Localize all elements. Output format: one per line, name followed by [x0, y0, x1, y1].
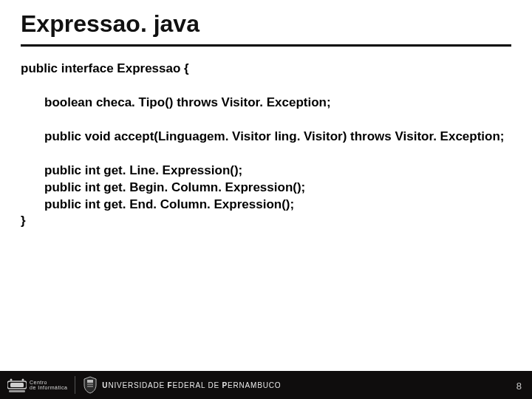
slide: Expressao. java public interface Express… [0, 0, 532, 399]
footer-left: Centro de Informática UNIVERSIDADE FEDER… [7, 376, 281, 394]
ufpe-logo: UNIVERSIDADE FEDERAL DE PERNAMBUCO [83, 376, 281, 394]
svg-rect-5 [87, 380, 93, 383]
code-blank [21, 78, 511, 95]
code-line-accept: public void accept(Linguagem. Visitor li… [21, 129, 511, 146]
cin-icon [7, 377, 27, 393]
code-block: public interface Expressao { boolean che… [21, 61, 511, 230]
page-number: 8 [516, 381, 522, 392]
svg-rect-1 [10, 383, 24, 387]
cin-line1: Centro [30, 380, 67, 385]
code-line-checatipo: boolean checa. Tipo() throws Visitor. Ex… [21, 95, 511, 112]
code-line-getline: public int get. Line. Expression(); [21, 163, 511, 180]
svg-point-4 [22, 379, 24, 381]
code-line-getend: public int get. End. Column. Expression(… [21, 197, 511, 214]
cin-logo-text: Centro de Informática [30, 380, 67, 391]
code-line-open: public interface Expressao { [21, 61, 511, 78]
title-underline [21, 44, 511, 47]
svg-rect-2 [9, 390, 25, 392]
code-line-getbegin: public int get. Begin. Column. Expressio… [21, 180, 511, 197]
ufpe-text: UNIVERSIDADE FEDERAL DE PERNAMBUCO [102, 381, 281, 389]
page-title: Expressao. java [21, 10, 200, 38]
code-line-close: } [21, 213, 511, 230]
code-blank [21, 112, 511, 129]
ufpe-shield-icon [83, 376, 98, 394]
footer-divider [75, 376, 75, 394]
cin-logo: Centro de Informática [7, 377, 67, 393]
cin-line2: de Informática [30, 385, 67, 390]
code-blank [21, 146, 511, 163]
footer-bar: Centro de Informática UNIVERSIDADE FEDER… [0, 371, 532, 399]
svg-point-3 [10, 379, 13, 381]
